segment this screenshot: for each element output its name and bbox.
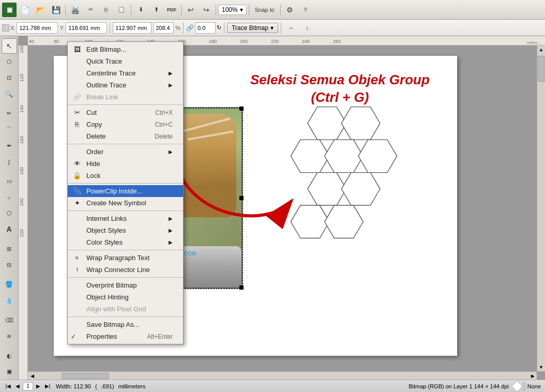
width-input[interactable] <box>113 22 152 34</box>
crop-tool[interactable]: ⊡ <box>2 70 17 86</box>
app-icon[interactable]: ▣ <box>2 3 17 17</box>
parallel-dim-tool[interactable]: ⊞ <box>2 241 17 257</box>
ellipse-tool[interactable]: ○ <box>2 190 17 205</box>
bezier-tool[interactable]: ⌒ <box>2 122 17 138</box>
overprint-bitmap-label: Overprint Bitmap <box>86 281 137 289</box>
page-number[interactable]: 1 <box>23 382 33 390</box>
rotation-input[interactable] <box>195 22 216 34</box>
lock-icon: 🔒 <box>72 171 82 181</box>
stroke-swatch <box>523 382 525 390</box>
menu-item-lock[interactable]: 🔒 Lock <box>68 170 183 182</box>
color-none-label: None <box>527 383 541 389</box>
vertical-scrollbar[interactable]: ▲ ▼ <box>537 46 545 371</box>
quick-trace-label: Quick Trace <box>86 57 122 65</box>
ruler-label-200: 200 <box>240 39 248 44</box>
pen-tool[interactable]: ✒ <box>2 138 17 154</box>
scroll-left-button[interactable]: ◀ <box>28 372 36 380</box>
redo-button[interactable]: ↪ <box>199 3 214 17</box>
menu-item-cut[interactable]: ✂ Cut Ctrl+X <box>68 107 183 118</box>
zoom-tool[interactable]: 🔍 <box>2 86 17 102</box>
prev-page-button[interactable]: ◀ <box>13 382 22 390</box>
print-button[interactable]: 🖨️ <box>68 3 82 17</box>
text-tool[interactable]: A <box>2 221 17 237</box>
sep-end <box>281 22 281 34</box>
menu-item-outline-trace[interactable]: Outline Trace ▶ <box>68 79 183 91</box>
open-button[interactable]: 📂 <box>33 3 48 17</box>
flip-h-button[interactable]: ↔ <box>284 21 298 35</box>
save-button[interactable]: 💾 <box>49 3 63 17</box>
hex-9 <box>325 205 364 238</box>
fill-tool[interactable]: 🪣 <box>2 277 17 292</box>
new-button[interactable]: 📄 <box>18 3 32 17</box>
flip-v-button[interactable]: ↕ <box>300 21 314 35</box>
menu-item-internet-links[interactable]: Internet Links ▶ <box>68 213 183 224</box>
smear-tool[interactable]: ≋ <box>2 328 17 344</box>
paste-button[interactable]: 📋 <box>114 3 129 17</box>
copy-label: Copy <box>86 120 102 128</box>
rect-tool[interactable]: ▭ <box>2 174 17 189</box>
scroll-thumb-h[interactable] <box>62 373 109 379</box>
eraser-tool[interactable]: ⌫ <box>2 312 17 328</box>
undo-button[interactable]: ↩ <box>184 3 198 17</box>
height-input[interactable] <box>153 22 174 34</box>
polygon-tool[interactable]: ⬡ <box>2 206 17 221</box>
menu-item-object-styles[interactable]: Object Styles ▶ <box>68 224 183 236</box>
order-arrow-icon: ▶ <box>169 149 173 155</box>
menu-item-color-styles[interactable]: Color Styles ▶ <box>68 236 183 248</box>
menu-item-object-hinting[interactable]: Object Hinting <box>68 291 183 303</box>
status-bar: |◀ ◀ 1 ▶ ▶| Width: 112.90 ( .691) millim… <box>0 380 545 392</box>
menu-item-centerline-trace[interactable]: Centerline Trace ▶ <box>68 67 183 79</box>
left-toolbox: ↖ ⬡ ⊡ 🔍 ✏ ⌒ ✒ ∫ ▭ ○ ⬡ A ⊞ ⊟ 🪣 💧 ⌫ ≋ ◐ ▣ <box>0 36 19 380</box>
help-button[interactable]: ? <box>298 3 313 17</box>
menu-item-overprint-bitmap[interactable]: Overprint Bitmap <box>68 279 183 291</box>
freehand-tool[interactable]: ✏ <box>2 106 17 122</box>
menu-item-edit-bitmap[interactable]: 🖼 Edit Bitmap... <box>68 43 183 55</box>
menu-item-powerclip-inside[interactable]: 📎 PowerClip Inside... <box>68 185 183 197</box>
menu-item-order[interactable]: Order ▶ <box>68 146 183 158</box>
export-button[interactable]: ⬆ <box>149 3 163 17</box>
menu-item-properties[interactable]: ✓ Properties Alt+Enter <box>68 330 183 342</box>
scroll-thumb-v[interactable] <box>538 56 544 82</box>
zoom-dropdown[interactable]: 100% ▾ <box>218 5 247 15</box>
y-input[interactable] <box>66 22 107 34</box>
shadow-tool[interactable]: ◐ <box>2 348 17 364</box>
menu-item-save-bitmap-as[interactable]: Save Bitmap As... <box>68 319 183 330</box>
copy-button[interactable]: ⎘ <box>99 3 113 17</box>
first-page-button[interactable]: |◀ <box>4 382 12 390</box>
scroll-up-button[interactable]: ▲ <box>538 46 545 54</box>
lock-ratio-icon[interactable]: 🔗 <box>186 24 194 32</box>
properties-label: Properties <box>86 333 117 340</box>
menu-item-delete[interactable]: Delete Delete <box>68 130 183 142</box>
break-link-icon: 🔗 <box>72 92 82 102</box>
x-input[interactable] <box>17 22 58 34</box>
scroll-right-button[interactable]: ▶ <box>528 372 537 380</box>
menu-item-create-new-symbol[interactable]: ✦ Create New Symbol <box>68 197 183 209</box>
blend-tool[interactable]: ▣ <box>2 364 17 380</box>
menu-item-copy[interactable]: ⎘ Copy Ctrl+C <box>68 118 183 130</box>
snap-icon[interactable]: Snap Io <box>251 3 278 17</box>
menu-sep-4 <box>68 210 183 211</box>
centerline-trace-arrow-icon: ▶ <box>169 70 173 76</box>
menu-item-wrap-paragraph-text[interactable]: ≡ Wrap Paragraph Text <box>68 252 183 264</box>
last-page-button[interactable]: ▶| <box>43 382 52 390</box>
menu-item-wrap-connector-line[interactable]: ⌇ Wrap Connector Line <box>68 264 183 276</box>
menu-item-hide[interactable]: 👁 Hide <box>68 158 183 170</box>
percent-label: % <box>175 25 180 31</box>
ruler-label-220: 220 <box>271 39 279 44</box>
shape-tool[interactable]: ⬡ <box>2 54 17 70</box>
trace-bitmap-button[interactable]: Trace Bitmap ▾ <box>227 23 278 33</box>
eyedropper-tool[interactable]: 💧 <box>2 293 17 308</box>
connector-tool[interactable]: ⊟ <box>2 257 17 273</box>
curved-arrow-path <box>178 170 292 216</box>
calligraphy-tool[interactable]: ∫ <box>2 154 17 170</box>
hex-4 <box>325 140 364 172</box>
next-page-button[interactable]: ▶ <box>34 382 42 390</box>
scroll-down-button[interactable]: ▼ <box>538 363 545 371</box>
select-tool[interactable]: ↖ <box>2 38 17 54</box>
horizontal-scrollbar[interactable]: ◀ ▶ <box>28 371 537 380</box>
pdf-button[interactable]: PDF <box>164 3 179 17</box>
import-button[interactable]: ⬇ <box>133 3 148 17</box>
menu-item-quick-trace[interactable]: Quick Trace <box>68 55 183 67</box>
cut-button[interactable]: ✂ <box>83 3 98 17</box>
settings-button[interactable]: ⚙ <box>283 3 297 17</box>
